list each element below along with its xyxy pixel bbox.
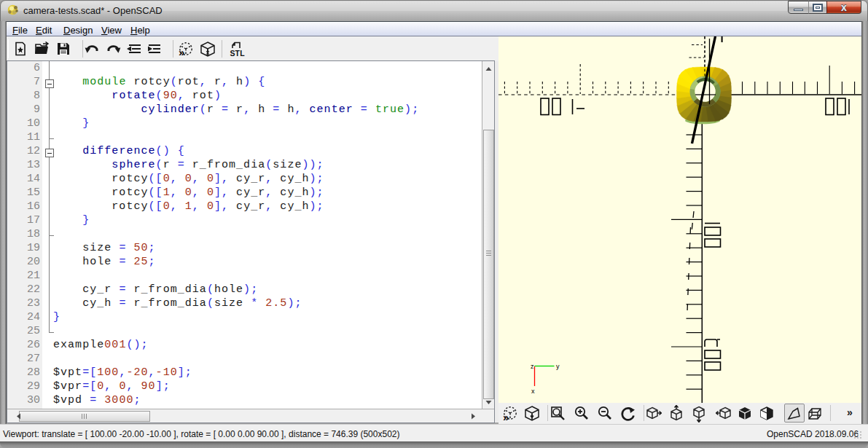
svg-text:»: » bbox=[179, 46, 184, 58]
svg-text:»: » bbox=[503, 411, 509, 423]
svg-text:y: y bbox=[556, 363, 560, 370]
svg-text:STL: STL bbox=[230, 49, 245, 58]
svg-text:x: x bbox=[531, 388, 535, 395]
svg-text:z: z bbox=[531, 363, 534, 370]
